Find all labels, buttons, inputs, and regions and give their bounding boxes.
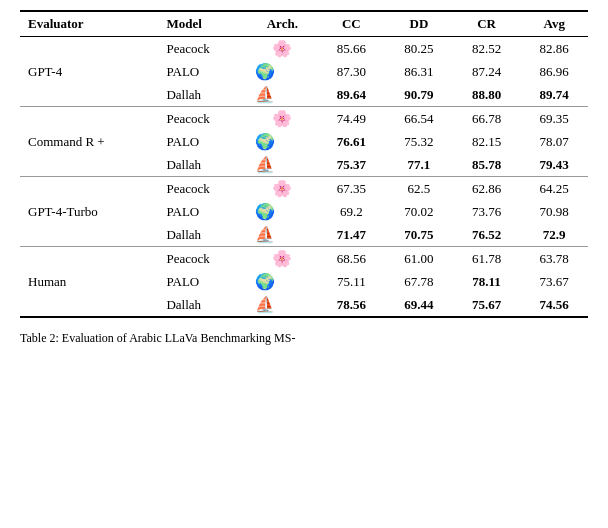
avg-value: 70.98 [520, 200, 588, 223]
cc-value: 75.11 [318, 270, 386, 293]
model-cell: PALO [158, 270, 247, 293]
table-row: GPT-4Peacock🌸85.6680.2582.5282.86 [20, 37, 588, 61]
dd-value: 77.1 [385, 153, 453, 177]
cc-value: 78.56 [318, 293, 386, 317]
avg-value: 64.25 [520, 177, 588, 201]
cr-value: 82.52 [453, 37, 521, 61]
avg-value: 74.56 [520, 293, 588, 317]
avg-value: 78.07 [520, 130, 588, 153]
cr-value: 73.76 [453, 200, 521, 223]
model-cell: PALO [158, 60, 247, 83]
cc-value: 75.37 [318, 153, 386, 177]
cr-value: 76.52 [453, 223, 521, 247]
arch-icon-cell: 🌸 [247, 37, 318, 61]
header-avg: Avg [520, 11, 588, 37]
avg-value: 89.74 [520, 83, 588, 107]
arch-icon-cell: 🌸 [247, 177, 318, 201]
dd-value: 70.02 [385, 200, 453, 223]
table-header-row: Evaluator Model Arch. CC DD CR Avg [20, 11, 588, 37]
dd-value: 75.32 [385, 130, 453, 153]
arch-icon-cell: ⛵ [247, 83, 318, 107]
dd-value: 86.31 [385, 60, 453, 83]
cr-value: 85.78 [453, 153, 521, 177]
cr-value: 87.24 [453, 60, 521, 83]
cc-value: 76.61 [318, 130, 386, 153]
arch-icon-cell: ⛵ [247, 153, 318, 177]
dd-value: 62.5 [385, 177, 453, 201]
model-cell: Peacock [158, 107, 247, 131]
model-cell: Dallah [158, 223, 247, 247]
avg-value: 69.35 [520, 107, 588, 131]
dd-value: 69.44 [385, 293, 453, 317]
arch-icon-cell: 🌍 [247, 270, 318, 293]
evaluator-cell: Human [20, 247, 158, 318]
dd-value: 70.75 [385, 223, 453, 247]
avg-value: 82.86 [520, 37, 588, 61]
cc-value: 67.35 [318, 177, 386, 201]
avg-value: 73.67 [520, 270, 588, 293]
cr-value: 75.67 [453, 293, 521, 317]
cc-value: 68.56 [318, 247, 386, 271]
table-row: Command R +Peacock🌸74.4966.5466.7869.35 [20, 107, 588, 131]
table-caption: Table 2: Evaluation of Arabic LLaVa Benc… [20, 330, 588, 347]
dd-value: 66.54 [385, 107, 453, 131]
model-cell: PALO [158, 130, 247, 153]
cr-value: 61.78 [453, 247, 521, 271]
arch-icon-cell: 🌍 [247, 60, 318, 83]
model-cell: PALO [158, 200, 247, 223]
arch-icon-cell: 🌍 [247, 200, 318, 223]
model-cell: Peacock [158, 247, 247, 271]
cc-value: 71.47 [318, 223, 386, 247]
table-row: GPT-4-TurboPeacock🌸67.3562.562.8664.25 [20, 177, 588, 201]
cc-value: 89.64 [318, 83, 386, 107]
avg-value: 79.43 [520, 153, 588, 177]
cr-value: 82.15 [453, 130, 521, 153]
arch-icon-cell: 🌍 [247, 130, 318, 153]
evaluator-cell: Command R + [20, 107, 158, 177]
model-cell: Dallah [158, 83, 247, 107]
cr-value: 88.80 [453, 83, 521, 107]
dd-value: 61.00 [385, 247, 453, 271]
cc-value: 69.2 [318, 200, 386, 223]
dd-value: 67.78 [385, 270, 453, 293]
header-arch: Arch. [247, 11, 318, 37]
evaluator-cell: GPT-4-Turbo [20, 177, 158, 247]
avg-value: 63.78 [520, 247, 588, 271]
header-cr: CR [453, 11, 521, 37]
avg-value: 72.9 [520, 223, 588, 247]
cr-value: 78.11 [453, 270, 521, 293]
evaluator-cell: GPT-4 [20, 37, 158, 107]
header-evaluator: Evaluator [20, 11, 158, 37]
dd-value: 90.79 [385, 83, 453, 107]
dd-value: 80.25 [385, 37, 453, 61]
cr-value: 62.86 [453, 177, 521, 201]
arch-icon-cell: 🌸 [247, 247, 318, 271]
cc-value: 74.49 [318, 107, 386, 131]
arch-icon-cell: 🌸 [247, 107, 318, 131]
results-table: Evaluator Model Arch. CC DD CR Avg GPT-4… [20, 10, 588, 318]
avg-value: 86.96 [520, 60, 588, 83]
header-model: Model [158, 11, 247, 37]
model-cell: Dallah [158, 153, 247, 177]
model-cell: Peacock [158, 177, 247, 201]
arch-icon-cell: ⛵ [247, 223, 318, 247]
model-cell: Dallah [158, 293, 247, 317]
cc-value: 87.30 [318, 60, 386, 83]
table-row: HumanPeacock🌸68.5661.0061.7863.78 [20, 247, 588, 271]
arch-icon-cell: ⛵ [247, 293, 318, 317]
header-cc: CC [318, 11, 386, 37]
cc-value: 85.66 [318, 37, 386, 61]
model-cell: Peacock [158, 37, 247, 61]
header-dd: DD [385, 11, 453, 37]
cr-value: 66.78 [453, 107, 521, 131]
